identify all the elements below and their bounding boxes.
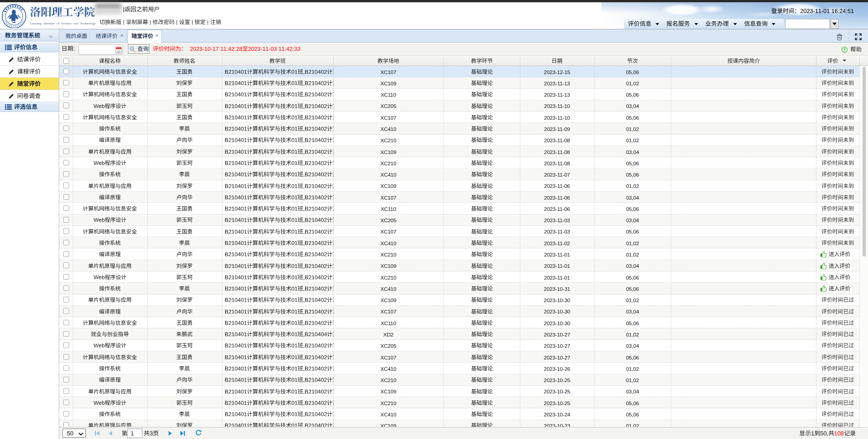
svg-text:12: 12 [117,49,120,52]
svg-text:?: ? [843,47,846,52]
